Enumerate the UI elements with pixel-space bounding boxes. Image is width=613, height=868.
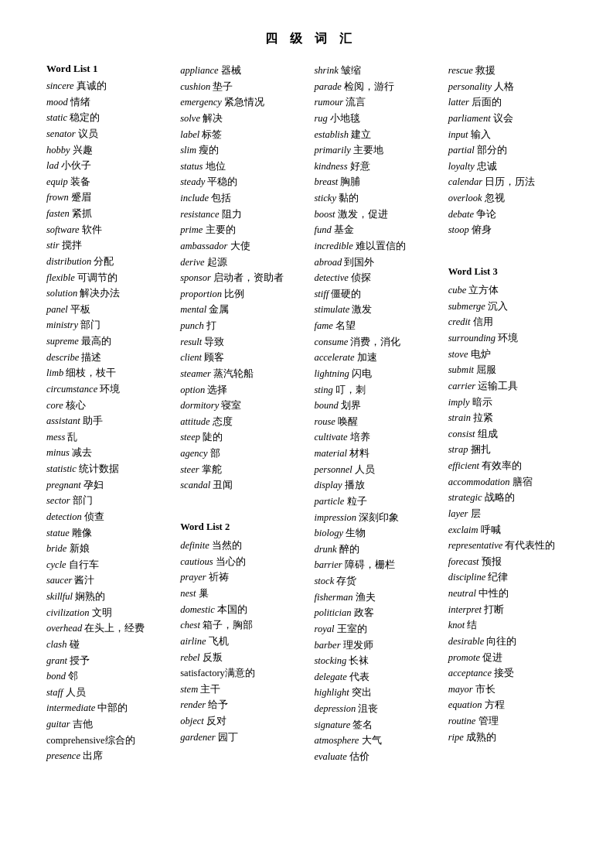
chinese-meaning: 蒸汽轮船 [211, 368, 254, 379]
english-word: sincere [46, 80, 74, 91]
english-word: detective [315, 272, 349, 283]
english-word: minus [46, 447, 70, 458]
list-item: client 顾客 [180, 350, 306, 366]
chinese-meaning: 掌舵 [199, 464, 222, 475]
english-word: impression [315, 512, 356, 523]
english-word: display [315, 480, 342, 490]
english-word: cushion [180, 81, 210, 92]
list-item: prayer 祈祷 [180, 569, 306, 586]
english-word: core [46, 400, 63, 411]
list-item: kindness 好意 [315, 159, 441, 175]
chinese-meaning: 加速 [355, 352, 377, 363]
list-item: biology 生物 [315, 525, 441, 542]
list-item: equation 方程 [448, 697, 574, 713]
english-word: cycle [46, 559, 66, 570]
english-word: sticky [315, 193, 336, 203]
chinese-meaning: 激发，促进 [335, 209, 388, 220]
chinese-meaning: 起源 [204, 257, 226, 268]
list-item: primarily 主要地 [315, 142, 441, 159]
chinese-meaning: 紧抓 [70, 208, 92, 219]
list-item: definite 当然的 [180, 538, 306, 554]
list-item: core 核心 [46, 398, 172, 414]
english-word: stem [180, 684, 198, 695]
chinese-meaning: 叮，刺 [333, 384, 366, 395]
list-item: strap 捆扎 [448, 442, 574, 458]
chinese-meaning: 方程 [482, 699, 505, 710]
list-item: representative 有代表性的 [448, 538, 574, 554]
english-word: strategic [448, 492, 482, 503]
list-item: barrier 障碍，栅栏 [315, 557, 441, 573]
english-word: skillful [46, 591, 73, 602]
list-item: supreme 最高的 [46, 333, 172, 350]
list-item: credit 信用 [448, 314, 574, 330]
english-word: delegate [315, 672, 347, 682]
english-word: breast [315, 176, 339, 187]
english-word: particle [315, 496, 345, 507]
list-item: option 选择 [180, 382, 306, 398]
english-word: rebel [180, 652, 199, 663]
list-item: stock 存货 [315, 573, 441, 589]
chinese-meaning: 侦探 [349, 272, 371, 283]
chinese-meaning: 丑闻 [210, 480, 233, 490]
list-item: attitude 态度 [180, 414, 306, 430]
list-item: cultivate 培养 [315, 429, 441, 446]
english-word: barber [315, 640, 341, 651]
list-item: stiff 僵硬的 [315, 286, 441, 302]
chinese-meaning: 忠诚 [475, 161, 497, 172]
chinese-meaning: 园丁 [216, 732, 238, 743]
list-item: stir 搅拌 [46, 238, 172, 254]
list-item: strain 拉紧 [448, 410, 574, 426]
chinese-meaning: 比例 [222, 289, 244, 299]
list-item: hobby 兴趣 [46, 142, 172, 159]
english-word: lightning [315, 368, 349, 379]
english-word: proportion [180, 289, 222, 299]
list-item: highlight 突出 [315, 685, 441, 701]
english-word: material [315, 448, 347, 459]
chinese-meaning: 娴熟的 [73, 591, 105, 602]
chinese-meaning: 难以置信的 [353, 241, 406, 251]
english-word: option [180, 384, 205, 395]
chinese-meaning: 唤醒 [335, 416, 358, 427]
english-word: sponsor [180, 272, 211, 283]
english-word: clash [46, 639, 66, 650]
list-item: bride 新娘 [46, 541, 172, 557]
chinese-meaning: 部分的 [475, 145, 507, 155]
chinese-meaning: 祈祷 [206, 572, 229, 583]
english-word: promote [448, 652, 480, 663]
chinese-meaning: 部 [208, 448, 220, 459]
chinese-meaning: 人员 [63, 687, 86, 698]
list-item [180, 500, 306, 516]
list-item: resistance 阻力 [180, 207, 306, 223]
list-item: drunk 醉的 [315, 542, 441, 558]
chinese-meaning: 黏的 [336, 193, 359, 203]
list-item: discipline 纪律 [448, 569, 574, 586]
list-item: fund 基金 [315, 222, 441, 238]
english-word: mental [180, 304, 206, 315]
english-word: stimulate [315, 304, 350, 315]
list-item: promote 促进 [448, 650, 574, 666]
english-word: statue [46, 528, 70, 538]
english-word: carrier [448, 381, 475, 391]
chinese-meaning: 可调节的 [75, 272, 117, 283]
chinese-meaning: 俯身 [469, 224, 492, 235]
english-word: derive [180, 257, 204, 268]
chinese-meaning: 金属 [206, 304, 229, 315]
english-word: ripe [448, 732, 464, 743]
list-item: parliament 议会 [448, 111, 574, 127]
list-item: sector 部门 [46, 493, 172, 509]
chinese-meaning: 本国的 [215, 604, 247, 615]
column-3: rescue 救援personality 人格latter 后面的parliam… [448, 63, 574, 745]
chinese-meaning: 有效率的 [479, 460, 522, 471]
chinese-meaning: 稳定的 [67, 112, 100, 123]
english-word: ambassador [180, 241, 227, 251]
list-item: prime 主要的 [180, 222, 306, 238]
english-word: accelerate [315, 352, 355, 363]
list-item: stoop 俯身 [448, 222, 574, 238]
chinese-meaning: 王室的 [334, 624, 366, 634]
chinese-meaning: 垫子 [210, 81, 233, 92]
list-item: include 包括 [180, 190, 306, 207]
english-word: agency [180, 448, 207, 459]
english-word: discipline [448, 572, 486, 583]
chinese-meaning: 器械 [219, 65, 241, 76]
chinese-meaning: 生物 [343, 528, 366, 538]
